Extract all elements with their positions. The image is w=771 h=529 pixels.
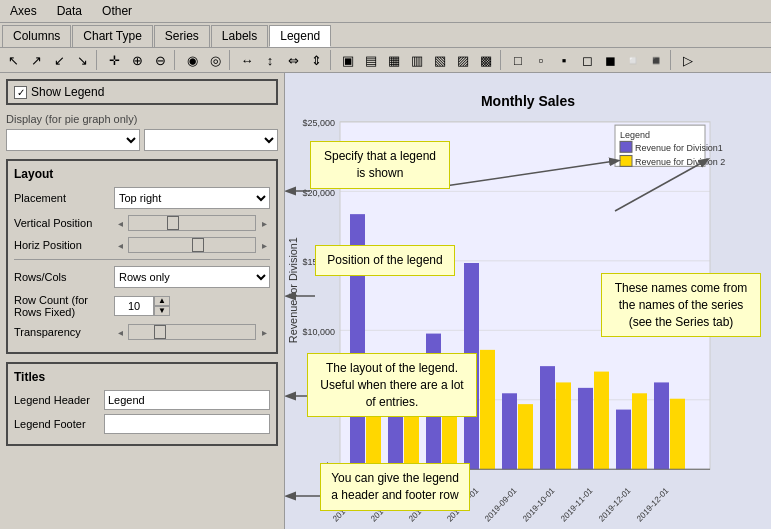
horiz-position-label: Horiz Position: [14, 239, 114, 251]
row-count-down[interactable]: ▼: [154, 306, 170, 316]
toolbar-btn-2[interactable]: ↗: [25, 50, 47, 70]
transparency-left-arrow[interactable]: ◂: [114, 326, 126, 338]
vertical-left-arrow[interactable]: ◂: [114, 217, 126, 229]
toolbar-btn-18[interactable]: ▧: [429, 50, 451, 70]
tab-columns[interactable]: Columns: [2, 25, 71, 47]
toolbar-btn-21[interactable]: □: [507, 50, 529, 70]
toolbar-btn-22[interactable]: ▫: [530, 50, 552, 70]
legend-header-label: Legend Header: [14, 394, 104, 406]
layout-title: Layout: [14, 167, 270, 181]
svg-text:Revenue for Division1: Revenue for Division1: [635, 142, 723, 153]
tab-bar: Columns Chart Type Series Labels Legend: [0, 23, 771, 48]
rows-cols-label: Rows/Cols: [14, 271, 114, 283]
display-select-1[interactable]: [6, 129, 140, 151]
transparency-right-arrow[interactable]: ▸: [258, 326, 270, 338]
transparency-slider-thumb[interactable]: [154, 325, 166, 339]
toolbar-btn-27[interactable]: ◾: [645, 50, 667, 70]
transparency-control: ◂ ▸: [114, 324, 270, 340]
rows-cols-row: Rows/Cols Rows only Columns only Auto: [14, 266, 270, 288]
transparency-row: Transparency ◂ ▸: [14, 324, 270, 340]
vertical-slider-track[interactable]: [128, 215, 256, 231]
toolbar-btn-6[interactable]: ⊕: [126, 50, 148, 70]
row-count-arrows: ▲ ▼: [154, 296, 170, 316]
toolbar-btn-10[interactable]: ↔: [236, 50, 258, 70]
annotation-layout-legend: The layout of the legend. Useful when th…: [307, 353, 477, 417]
toolbar-btn-9[interactable]: ◎: [204, 50, 226, 70]
toolbar-btn-11[interactable]: ↕: [259, 50, 281, 70]
rows-cols-select[interactable]: Rows only Columns only Auto: [114, 266, 270, 288]
horiz-left-arrow[interactable]: ◂: [114, 239, 126, 251]
row-count-label: Row Count (for Rows Fixed): [14, 294, 114, 318]
svg-rect-25: [540, 366, 555, 469]
row-count-input[interactable]: [114, 296, 154, 316]
menu-other[interactable]: Other: [96, 2, 138, 20]
menu-axes[interactable]: Axes: [4, 2, 43, 20]
display-section: Display (for pie graph only): [6, 113, 278, 151]
menu-data[interactable]: Data: [51, 2, 88, 20]
svg-rect-28: [594, 372, 609, 470]
display-select-2[interactable]: [144, 129, 278, 151]
svg-rect-24: [518, 404, 533, 469]
vertical-slider-thumb[interactable]: [167, 216, 179, 230]
vertical-position-row: Vertical Position ◂ ▸: [14, 215, 270, 231]
legend-footer-input[interactable]: [104, 414, 270, 434]
toolbar-btn-7[interactable]: ⊖: [149, 50, 171, 70]
toolbar-sep-4: [330, 50, 334, 70]
vertical-right-arrow[interactable]: ▸: [258, 217, 270, 229]
show-legend-checkbox[interactable]: [14, 86, 27, 99]
transparency-slider-track[interactable]: [128, 324, 256, 340]
horiz-position-control: ◂ ▸: [114, 237, 270, 253]
toolbar-btn-16[interactable]: ▦: [383, 50, 405, 70]
toolbar-btn-3[interactable]: ↙: [48, 50, 70, 70]
row-count-row: Row Count (for Rows Fixed) ▲ ▼: [14, 294, 270, 318]
toolbar-btn-17[interactable]: ▥: [406, 50, 428, 70]
toolbar: ↖ ↗ ↙ ↘ ✛ ⊕ ⊖ ◉ ◎ ↔ ↕ ⇔ ⇕ ▣ ▤ ▦ ▥ ▧ ▨ ▩ …: [0, 48, 771, 73]
toolbar-btn-8[interactable]: ◉: [181, 50, 203, 70]
row-count-spinner: ▲ ▼: [114, 296, 170, 316]
titles-section: Titles Legend Header Legend Footer: [6, 362, 278, 446]
toolbar-sep-1: [96, 50, 100, 70]
transparency-label: Transparency: [14, 326, 114, 338]
toolbar-btn-20[interactable]: ▩: [475, 50, 497, 70]
toolbar-btn-13[interactable]: ⇕: [305, 50, 327, 70]
row-count-up[interactable]: ▲: [154, 296, 170, 306]
annotation-show-legend: Specify that a legend is shown: [310, 141, 450, 189]
toolbar-btn-12[interactable]: ⇔: [282, 50, 304, 70]
annotation-header-footer: You can give the legend a header and foo…: [320, 463, 470, 511]
toolbar-btn-26[interactable]: ◽: [622, 50, 644, 70]
display-label: Display (for pie graph only): [6, 113, 278, 125]
tab-legend[interactable]: Legend: [269, 25, 331, 47]
horiz-slider-track[interactable]: [128, 237, 256, 253]
toolbar-btn-28[interactable]: ▷: [677, 50, 699, 70]
annotation-position-legend: Position of the legend: [315, 245, 455, 276]
toolbar-btn-4[interactable]: ↘: [71, 50, 93, 70]
rows-cols-control: Rows only Columns only Auto: [114, 266, 270, 288]
legend-footer-label: Legend Footer: [14, 418, 104, 430]
toolbar-btn-14[interactable]: ▣: [337, 50, 359, 70]
tab-labels[interactable]: Labels: [211, 25, 268, 47]
placement-label: Placement: [14, 192, 114, 204]
toolbar-btn-19[interactable]: ▨: [452, 50, 474, 70]
tab-chart-type[interactable]: Chart Type: [72, 25, 152, 47]
toolbar-btn-1[interactable]: ↖: [2, 50, 24, 70]
toolbar-btn-15[interactable]: ▤: [360, 50, 382, 70]
show-legend-label: Show Legend: [31, 85, 104, 99]
svg-text:Monthly Sales: Monthly Sales: [481, 92, 575, 109]
legend-header-input[interactable]: [104, 390, 270, 410]
placement-control: Top right Top left Bottom right Bottom l…: [114, 187, 270, 209]
horiz-slider-thumb[interactable]: [192, 238, 204, 252]
divider-1: [14, 259, 270, 260]
svg-rect-29: [616, 410, 631, 470]
svg-rect-46: [620, 141, 632, 152]
placement-select[interactable]: Top right Top left Bottom right Bottom l…: [114, 187, 270, 209]
annotation-names-come: These names come from the names of the s…: [601, 273, 761, 337]
tab-series[interactable]: Series: [154, 25, 210, 47]
toolbar-btn-5[interactable]: ✛: [103, 50, 125, 70]
toolbar-btn-23[interactable]: ▪: [553, 50, 575, 70]
toolbar-btn-25[interactable]: ◼: [599, 50, 621, 70]
show-legend-row: Show Legend: [6, 79, 278, 105]
vertical-position-label: Vertical Position: [14, 217, 114, 229]
toolbar-btn-24[interactable]: ◻: [576, 50, 598, 70]
svg-text:$10,000: $10,000: [303, 325, 335, 336]
horiz-right-arrow[interactable]: ▸: [258, 239, 270, 251]
